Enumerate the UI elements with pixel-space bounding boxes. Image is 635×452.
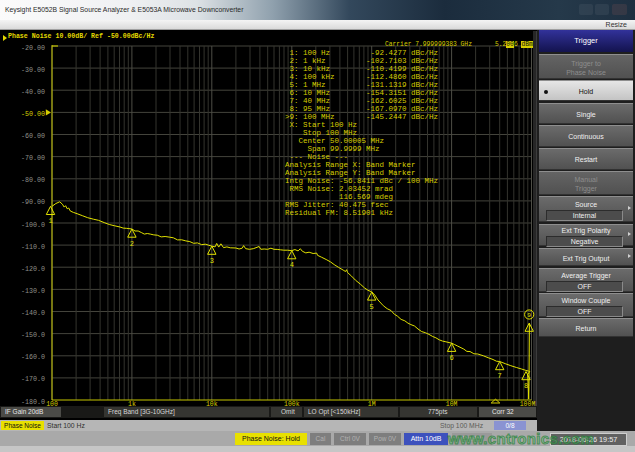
svg-text:-30.00: -30.00 [21, 66, 45, 74]
svg-text:-80.00: -80.00 [21, 176, 45, 184]
svg-text:-160.0: -160.0 [21, 353, 45, 361]
svg-text:-90.00: -90.00 [21, 198, 45, 206]
svg-text:1: 1 [48, 217, 52, 225]
svg-text:5: 5 [370, 303, 374, 311]
svg-text:2: 2 [130, 240, 134, 248]
svg-text:-20.00: -20.00 [21, 44, 45, 52]
svg-text:6: 6 [449, 354, 453, 362]
svg-text:-120.0: -120.0 [21, 265, 45, 273]
svg-text:-40.00: -40.00 [21, 88, 45, 96]
svg-text:9: 9 [527, 312, 531, 319]
svg-text:-60.00: -60.00 [21, 132, 45, 140]
svg-text:-140.0: -140.0 [21, 309, 45, 317]
svg-text:8: 8 [524, 382, 528, 390]
svg-text:3: 3 [210, 257, 214, 265]
svg-text:-170.0: -170.0 [21, 375, 45, 383]
svg-text:-100.0: -100.0 [21, 221, 45, 229]
svg-text:4: 4 [290, 261, 294, 269]
svg-text:-50.00: -50.00 [21, 110, 45, 118]
svg-text:-130.0: -130.0 [21, 287, 45, 295]
svg-text:-150.0: -150.0 [21, 331, 45, 339]
svg-text:-180.0: -180.0 [21, 398, 45, 406]
svg-text:7: 7 [498, 372, 502, 380]
svg-text:-110.0: -110.0 [21, 243, 45, 251]
svg-text:-70.00: -70.00 [21, 154, 45, 162]
